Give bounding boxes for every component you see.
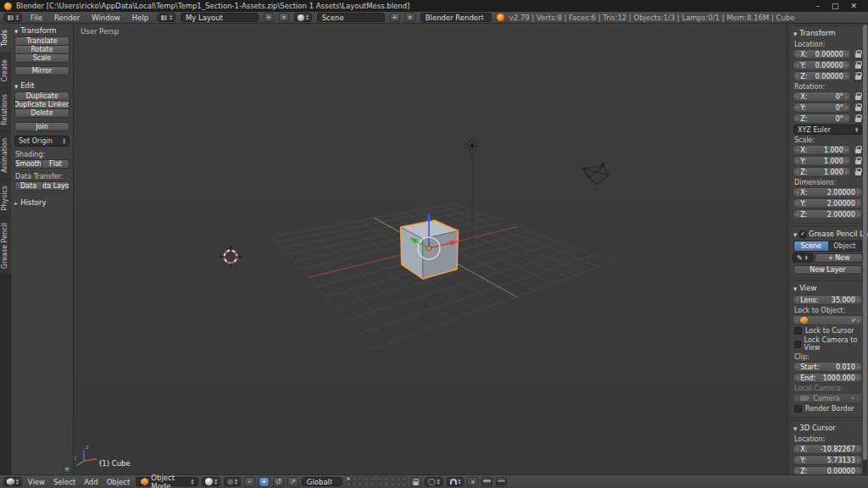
menu-view[interactable]: View <box>25 478 47 486</box>
menu-render[interactable]: Render <box>51 14 83 22</box>
maximize-icon[interactable]: □ <box>832 2 839 10</box>
remove-layout-icon[interactable] <box>279 13 289 22</box>
tab-physics[interactable]: Physics <box>0 180 11 218</box>
scene-name-field[interactable]: Scene <box>317 13 385 22</box>
panel-header-3d-cursor[interactable]: 3D Cursor <box>790 421 865 434</box>
layer-toggle[interactable] <box>370 482 375 487</box>
panel-header-history[interactable]: History <box>11 196 73 208</box>
join-button[interactable]: Join <box>14 122 70 131</box>
camera-object[interactable] <box>582 163 609 186</box>
layer-toggle[interactable] <box>378 482 383 487</box>
shade-flat-button[interactable]: Flat <box>42 159 70 169</box>
clip-start-field[interactable]: Start:0.010 <box>793 362 863 372</box>
lock-to-object-field[interactable]: ✎ <box>793 315 863 325</box>
lock-icon[interactable] <box>853 145 863 155</box>
rotation-mode-dropdown[interactable]: XYZ Euler <box>793 125 862 135</box>
layer-toggle[interactable] <box>384 482 389 487</box>
lock-to-cursor-checkbox[interactable] <box>794 327 802 335</box>
layer-toggle[interactable] <box>390 476 395 481</box>
mirror-button[interactable]: Mirror <box>14 66 70 75</box>
menu-object[interactable]: Object <box>104 478 133 486</box>
gp-new-button[interactable]: New <box>815 253 863 263</box>
add-panel-icon[interactable] <box>63 465 71 473</box>
location-x-field[interactable]: X:0.00000 <box>793 49 851 59</box>
lock-icon[interactable] <box>853 92 863 102</box>
minimize-icon[interactable]: – <box>815 2 820 10</box>
3d-viewport[interactable]: xyz User Persp (1) Cube <box>74 24 787 474</box>
add-layout-icon[interactable] <box>264 13 274 22</box>
menu-file[interactable]: File <box>27 14 46 22</box>
layer-toggle[interactable] <box>396 482 401 487</box>
menu-select[interactable]: Select <box>51 478 78 486</box>
lock-icon[interactable] <box>853 71 863 81</box>
pivot-point-dropdown[interactable]: ◎ <box>224 477 241 486</box>
layout-name-field[interactable]: My Layout <box>181 13 259 22</box>
lock-icon[interactable] <box>853 49 863 59</box>
tab-create[interactable]: Create <box>0 53 11 89</box>
dimensions-y-field[interactable]: Y:2.00000 <box>793 198 863 208</box>
manipulator-widget-toggle[interactable]: + <box>244 477 255 487</box>
lamp-object[interactable] <box>465 139 480 247</box>
layer-toggle[interactable] <box>346 482 351 487</box>
lock-icon[interactable] <box>853 156 863 166</box>
delete-button[interactable]: Delete <box>14 108 70 118</box>
layer-toggle[interactable] <box>352 476 357 481</box>
transfer-data-button[interactable]: Data <box>14 181 42 191</box>
layer-toggle[interactable] <box>364 476 369 481</box>
cursor-z-field[interactable]: Z:0.00000 <box>793 466 863 474</box>
tab-grease-pencil[interactable]: Grease Pencil <box>0 217 11 275</box>
3d-cursor[interactable] <box>220 246 242 268</box>
layer-toggle[interactable] <box>390 482 395 487</box>
duplicate-linked-button[interactable]: Duplicate Linked <box>14 100 70 109</box>
rotate-manipulator-button[interactable]: ↺ <box>273 477 284 487</box>
snap-target-button[interactable] <box>467 477 478 487</box>
lock-icon[interactable] <box>853 114 863 124</box>
lock-icon[interactable] <box>853 103 863 113</box>
add-scene-icon[interactable] <box>390 13 400 22</box>
tab-relations[interactable]: Relations <box>0 88 11 132</box>
layout-browse-button[interactable] <box>157 13 175 22</box>
gp-datablock-dropdown[interactable]: ✎ <box>793 252 813 263</box>
eyedropper-icon[interactable]: ✎ <box>849 318 856 323</box>
menu-add[interactable]: Add <box>81 478 100 486</box>
layer-toggle[interactable] <box>364 482 369 487</box>
lock-to-scene-button[interactable] <box>410 477 421 487</box>
panel-header-transform[interactable]: Transform <box>790 26 865 39</box>
scale-button[interactable]: Scale <box>14 53 70 63</box>
shade-smooth-button[interactable]: Smooth <box>14 159 42 169</box>
local-camera-field[interactable]: Camera ✕ <box>793 393 863 403</box>
render-engine-select[interactable]: Blender Render <box>420 13 492 22</box>
scale-y-field[interactable]: Y:1.000 <box>793 156 851 166</box>
rotation-z-field[interactable]: Z:0° <box>793 114 851 124</box>
cursor-y-field[interactable]: Y:5.73133 <box>793 455 863 465</box>
layer-toggle[interactable] <box>370 476 375 481</box>
render-border-checkbox[interactable] <box>794 405 802 413</box>
clip-end-field[interactable]: End:1000.000 <box>793 373 863 383</box>
clear-icon[interactable]: ✕ <box>850 395 855 402</box>
lock-icon[interactable] <box>853 167 863 177</box>
layer-toggle[interactable] <box>396 476 401 481</box>
panel-header-transform[interactable]: Transform <box>11 24 73 36</box>
transform-orientation-dropdown[interactable]: Global <box>302 477 342 486</box>
layer-toggle[interactable] <box>358 482 363 487</box>
render-opengl-image-button[interactable] <box>481 477 492 487</box>
render-opengl-animation-button[interactable] <box>496 477 507 487</box>
translate-manipulator-button[interactable]: + <box>259 477 270 487</box>
location-z-field[interactable]: Z:0.00000 <box>793 71 851 81</box>
layer-toggle[interactable] <box>378 476 383 481</box>
editor-type-button[interactable] <box>3 477 22 486</box>
cursor-x-field[interactable]: X:-10.82267 <box>793 444 863 454</box>
gp-object-toggle[interactable]: Object <box>828 241 862 251</box>
dimensions-x-field[interactable]: X:2.00000 <box>793 187 863 197</box>
transfer-data-layout-button[interactable]: Data Layout <box>42 181 70 191</box>
gp-scene-toggle[interactable]: Scene <box>794 241 828 251</box>
set-origin-dropdown[interactable]: Set Origin <box>14 136 70 147</box>
mode-dropdown[interactable]: Object Mode <box>136 477 198 486</box>
scene-browse-button[interactable] <box>294 13 312 22</box>
layer-toggle[interactable] <box>352 482 357 487</box>
gp-new-layer-button[interactable]: New Layer <box>793 265 862 274</box>
scale-z-field[interactable]: Z:1.000 <box>793 167 851 177</box>
tab-tools[interactable]: Tools <box>0 24 11 53</box>
editor-type-button[interactable] <box>3 13 22 22</box>
grease-pencil-checkbox[interactable] <box>799 230 806 238</box>
